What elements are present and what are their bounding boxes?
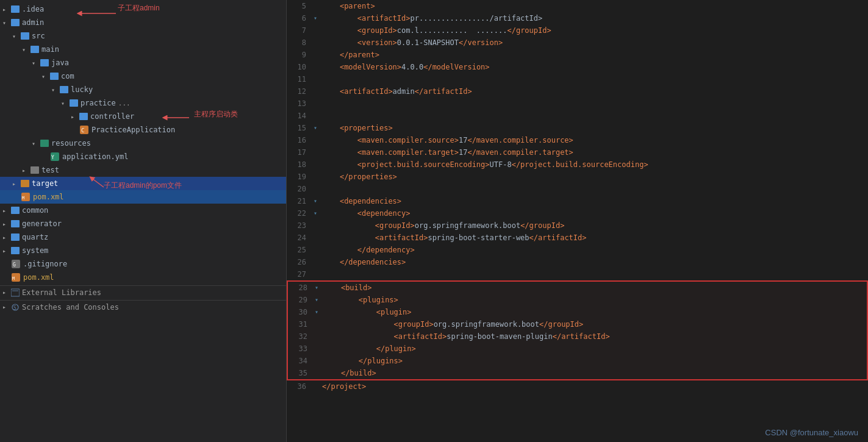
code-line-5: 5 <parent> xyxy=(287,0,868,12)
sidebar-item-admin[interactable]: admin xyxy=(0,16,286,29)
arrow-idea xyxy=(2,6,11,13)
line-number-8: 8 xyxy=(287,37,311,49)
arrow-admin xyxy=(2,20,11,26)
code-line-22: 22▾ <dependency> xyxy=(287,207,868,219)
gutter-6: ▾ xyxy=(311,12,320,24)
line-number-31: 31 xyxy=(288,318,312,330)
sidebar-item-gitignore[interactable]: G .gitignore xyxy=(0,257,286,271)
line-number-16: 16 xyxy=(287,134,311,146)
line-number-32: 32 xyxy=(288,330,312,343)
svg-rect-13 xyxy=(11,289,20,296)
gutter-30: ▾ xyxy=(312,306,321,318)
sidebar-item-test[interactable]: test xyxy=(0,163,286,177)
sidebar-label-external-libs: External Libraries xyxy=(22,288,101,297)
code-content-10: <modelVersion>4.0.0</modelVersion> xyxy=(320,61,868,73)
line-number-10: 10 xyxy=(287,61,311,73)
code-line-7: 7 <groupId>com.l........... .......</gro… xyxy=(287,24,868,37)
code-line-12: 12 <artifactId>admin</artifactId> xyxy=(287,85,868,98)
arrow-main xyxy=(22,46,30,53)
gutter-15: ▾ xyxy=(311,122,320,134)
svg-text:G: G xyxy=(13,262,16,268)
code-line-17: 17 <maven.compiler.target>17</maven.comp… xyxy=(287,146,868,159)
xml-icon-admin-pom: M xyxy=(21,192,30,202)
sidebar-item-com[interactable]: com xyxy=(0,70,286,83)
line-number-22: 22 xyxy=(287,207,311,219)
code-line-34: 34 </plugins> xyxy=(288,355,867,367)
code-line-31: 31 <groupId>org.springframework.boot</gr… xyxy=(288,318,867,330)
code-line-19: 19 </properties> xyxy=(287,171,868,183)
arrow-practice xyxy=(61,100,70,107)
code-content-32: <artifactId>spring-boot-maven-plugin</ar… xyxy=(321,330,867,343)
sidebar-label-main: main xyxy=(41,45,59,54)
code-content-19: </properties> xyxy=(320,171,868,183)
code-content-36: </project> xyxy=(320,380,868,393)
sidebar-item-system[interactable]: system xyxy=(0,244,286,257)
code-content-28: <build> xyxy=(321,282,867,294)
svg-text:C: C xyxy=(81,127,84,134)
code-content-26: </dependencies> xyxy=(320,256,868,268)
arrow-src xyxy=(12,33,21,40)
line-number-24: 24 xyxy=(287,232,311,244)
line-number-36: 36 xyxy=(287,380,311,393)
code-content-9: </parent> xyxy=(320,49,868,61)
sidebar-item-src[interactable]: src xyxy=(0,29,286,43)
sidebar-item-target[interactable]: target xyxy=(0,177,286,190)
arrow-generator xyxy=(2,221,11,227)
code-line-11: 11 xyxy=(287,73,868,85)
code-line-23: 23 <groupId>org.springframework.boot</gr… xyxy=(287,219,868,232)
code-line-21: 21▾ <dependencies> xyxy=(287,195,868,207)
code-content-15: <properties> xyxy=(320,122,868,134)
code-content-34: </plugins> xyxy=(321,355,867,367)
folder-icon-quartz xyxy=(11,233,20,241)
sidebar-label-target: target xyxy=(32,179,58,188)
line-number-23: 23 xyxy=(287,219,311,232)
sidebar-item-resources[interactable]: resources xyxy=(0,137,286,150)
sidebar-item-admin-pom[interactable]: M pom.xml xyxy=(0,190,286,204)
sidebar-label-resources: resources xyxy=(51,139,91,148)
code-content-24: <artifactId>spring-boot-starter-web</art… xyxy=(320,232,868,244)
code-area[interactable]: 5 <parent>6▾ <artifactId>pr.............… xyxy=(287,0,868,442)
sidebar-item-lucky[interactable]: lucky xyxy=(0,83,286,96)
sidebar-item-controller[interactable]: controller xyxy=(0,110,286,123)
svg-text:S: S xyxy=(13,305,16,311)
sidebar-item-generator[interactable]: generator xyxy=(0,217,286,230)
code-line-14: 14 xyxy=(287,110,868,122)
sidebar-item-practice[interactable]: practice ... xyxy=(0,96,286,110)
sidebar-item-application-yml[interactable]: Y application.yml xyxy=(0,150,286,163)
sidebar-item-idea[interactable]: .idea xyxy=(0,2,286,16)
code-content-29: <plugins> xyxy=(321,294,867,306)
line-number-5: 5 xyxy=(287,0,311,12)
line-number-15: 15 xyxy=(287,122,311,134)
sidebar-label-java: java xyxy=(51,59,69,67)
line-number-17: 17 xyxy=(287,146,311,159)
code-line-35: 35 </build> xyxy=(288,367,867,379)
sidebar-item-scratches[interactable]: S Scratches and Consoles xyxy=(0,300,286,313)
code-content-23: <groupId>org.springframework.boot</group… xyxy=(320,219,868,232)
code-line-27: 27 xyxy=(287,268,868,280)
folder-icon-main xyxy=(30,46,39,53)
sidebar-item-quartz[interactable]: quartz xyxy=(0,230,286,244)
sidebar-label-app-yml: application.yml xyxy=(62,152,128,161)
code-line-32: 32 <artifactId>spring-boot-maven-plugin<… xyxy=(288,330,867,343)
folder-icon-java xyxy=(40,59,49,66)
line-number-19: 19 xyxy=(287,171,311,183)
sidebar-item-root-pom[interactable]: M pom.xml xyxy=(0,271,286,284)
code-line-25: 25 </dependency> xyxy=(287,244,868,256)
code-content-12: <artifactId>admin</artifactId> xyxy=(320,85,868,98)
code-content-16: <maven.compiler.source>17</maven.compile… xyxy=(320,134,868,146)
sidebar-item-main[interactable]: main xyxy=(0,43,286,56)
arrow-system xyxy=(2,248,11,254)
practice-suffix: ... xyxy=(118,99,131,107)
sidebar-label-idea: .idea xyxy=(22,5,44,13)
folder-icon-system xyxy=(11,247,20,254)
sidebar-item-java[interactable]: java xyxy=(0,56,286,70)
svg-text:Y: Y xyxy=(51,155,54,160)
sidebar-item-common[interactable]: common xyxy=(0,204,286,217)
code-content-6: <artifactId>pr................/artifactI… xyxy=(320,12,868,24)
arrow-java xyxy=(32,60,40,66)
scratches-icon: S xyxy=(11,303,20,312)
sidebar-item-external-libraries[interactable]: External Libraries xyxy=(0,285,286,299)
arrow-controller xyxy=(71,113,79,120)
sidebar-label-practice: practice xyxy=(81,99,116,107)
sidebar-item-practice-application[interactable]: C PracticeApplication xyxy=(0,123,286,137)
